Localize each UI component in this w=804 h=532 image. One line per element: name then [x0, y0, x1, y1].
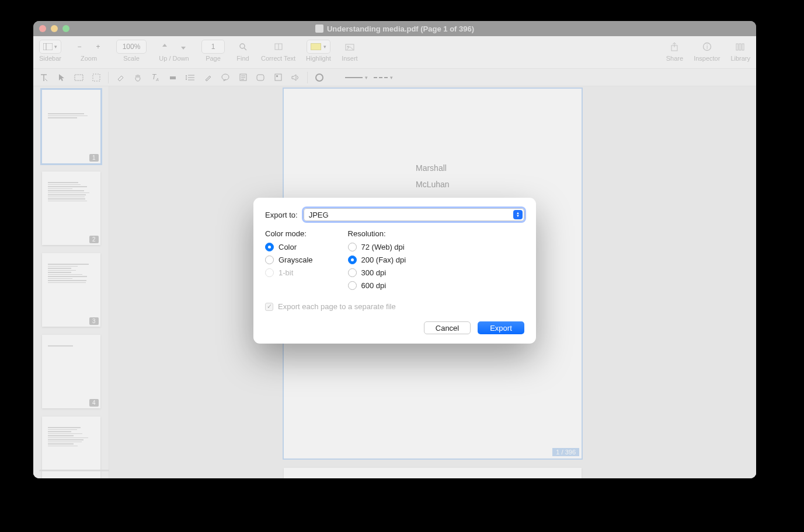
- svg-point-2: [240, 44, 245, 48]
- svg-point-21: [222, 74, 229, 80]
- export-button[interactable]: Export: [478, 321, 524, 334]
- hand-tool-icon[interactable]: [132, 72, 144, 83]
- sidebar-toggle-button[interactable]: ▾: [39, 40, 61, 54]
- linespace-tool-icon[interactable]: [185, 72, 196, 83]
- thumbnail-sidebar[interactable]: 12345: [33, 86, 109, 478]
- highlight-label: Highlight: [306, 55, 331, 62]
- export-separate-checkbox: ✓: [265, 303, 273, 311]
- page-down-button[interactable]: [176, 40, 191, 54]
- thumbnail-size-slider[interactable]: [39, 466, 109, 475]
- export-format-combo[interactable]: JPEG ▲▼: [304, 208, 524, 221]
- thumbnail-page-4[interactable]: 4: [42, 335, 100, 408]
- export-dialog: Export to: JPEG ▲▼ Color mode: ColorGray…: [253, 198, 536, 344]
- line-style-picker[interactable]: ▾: [345, 72, 368, 83]
- radio-icon: [348, 268, 357, 277]
- color-mode-option[interactable]: Grayscale: [265, 256, 313, 264]
- radio-icon: [348, 243, 357, 251]
- updown-label: Up / Down: [159, 55, 189, 62]
- marker-tool-icon[interactable]: [202, 72, 214, 83]
- library-label: Library: [730, 55, 750, 62]
- highlight-button[interactable]: ▾: [307, 40, 330, 54]
- thumbnail-page-3[interactable]: 3: [42, 253, 100, 327]
- stamp-tool-icon[interactable]: [255, 72, 266, 83]
- line-dash-picker[interactable]: ▾: [374, 72, 393, 83]
- page-text: Marshall: [416, 163, 447, 173]
- app-window: Understanding media.pdf (Page 1 of 396) …: [33, 21, 756, 478]
- find-button[interactable]: [235, 40, 250, 54]
- page-view-next: [284, 468, 582, 478]
- thumbnail-page-1[interactable]: 1: [42, 90, 100, 163]
- thumbnail-page-number: 2: [89, 236, 99, 243]
- titlebar: Understanding media.pdf (Page 1 of 396): [33, 21, 756, 36]
- export-separate-label: Export each page to a separate file: [278, 302, 396, 311]
- find-label: Find: [236, 55, 249, 62]
- resolution-option[interactable]: 600 dpi: [348, 281, 406, 290]
- svg-point-7: [347, 46, 349, 48]
- page-field[interactable]: 1: [201, 40, 225, 54]
- color-mode-option[interactable]: Color: [265, 243, 313, 251]
- export-format-value: JPEG: [309, 211, 329, 219]
- zoom-label: Zoom: [81, 55, 97, 62]
- sidebar-label: Sidebar: [39, 55, 61, 62]
- svg-text:i: i: [706, 44, 708, 50]
- correct-label: Correct Text: [261, 55, 295, 62]
- radio-icon: [265, 256, 274, 264]
- library-button[interactable]: [732, 40, 749, 54]
- window-zoom-button[interactable]: [62, 25, 69, 32]
- svg-rect-0: [43, 43, 53, 50]
- stroke-color-icon[interactable]: [314, 72, 325, 83]
- resolution-option[interactable]: 300 dpi: [348, 268, 406, 277]
- export-to-label: Export to:: [265, 211, 298, 219]
- crop-tool-icon[interactable]: [91, 72, 102, 83]
- resolution-option-label: 72 (Web) dpi: [361, 243, 405, 251]
- page-counter-badge: 1 / 396: [552, 448, 579, 456]
- annotation-toolbar: TA ▾ ▾: [33, 69, 756, 86]
- thumbnail-page-number: 3: [89, 317, 99, 325]
- text-select-tool-icon[interactable]: [38, 72, 50, 83]
- radio-icon: [265, 243, 274, 251]
- eraser-tool-icon[interactable]: [114, 72, 126, 83]
- text-style-tool-icon[interactable]: TA: [149, 72, 161, 83]
- window-close-button[interactable]: [39, 25, 46, 32]
- form-tool-icon[interactable]: [272, 72, 284, 83]
- inspector-label: Inspector: [694, 55, 720, 62]
- rect-select-tool-icon[interactable]: [73, 72, 85, 83]
- svg-rect-14: [742, 44, 744, 50]
- svg-line-3: [244, 48, 246, 50]
- cancel-button[interactable]: Cancel: [424, 321, 471, 334]
- svg-rect-16: [93, 74, 100, 81]
- resolution-option[interactable]: 72 (Web) dpi: [348, 243, 406, 251]
- thumbnail-page-2[interactable]: 2: [42, 172, 100, 245]
- page-up-button[interactable]: [157, 40, 172, 54]
- resolution-option[interactable]: 200 (Fax) dpi: [348, 256, 406, 264]
- radio-icon: [348, 256, 357, 264]
- zoom-out-button[interactable]: −: [72, 40, 87, 54]
- zoom-in-button[interactable]: +: [91, 40, 106, 54]
- svg-rect-13: [739, 44, 741, 50]
- correct-text-button[interactable]: [270, 40, 287, 54]
- note-tool-icon[interactable]: [237, 72, 249, 83]
- scale-field[interactable]: 100%: [116, 40, 147, 54]
- pointer-tool-icon[interactable]: [55, 72, 67, 83]
- redact-tool-icon[interactable]: [167, 72, 179, 83]
- svg-rect-26: [257, 75, 264, 80]
- pdf-file-icon: [315, 24, 323, 33]
- page-label: Page: [206, 55, 221, 62]
- thumbnail-page-number: 1: [89, 154, 99, 162]
- thumbnail-page-number: 4: [89, 399, 99, 407]
- color-mode-option-label: 1-bit: [279, 268, 293, 277]
- radio-icon: [348, 281, 357, 290]
- resolution-option-label: 200 (Fax) dpi: [361, 256, 406, 264]
- share-button[interactable]: [667, 40, 682, 54]
- scale-label: Scale: [123, 55, 140, 62]
- sound-tool-icon[interactable]: [290, 72, 301, 83]
- inspector-button[interactable]: i: [699, 40, 715, 54]
- combo-stepper-icon: ▲▼: [513, 210, 523, 219]
- window-minimize-button[interactable]: [51, 25, 58, 32]
- resolution-group: Resolution: 72 (Web) dpi200 (Fax) dpi300…: [348, 229, 406, 294]
- color-mode-heading: Color mode:: [265, 229, 313, 238]
- insert-button[interactable]: [342, 40, 358, 54]
- comment-tool-icon[interactable]: [220, 72, 231, 83]
- svg-rect-12: [736, 44, 738, 50]
- page-text: McLuhan: [416, 180, 450, 189]
